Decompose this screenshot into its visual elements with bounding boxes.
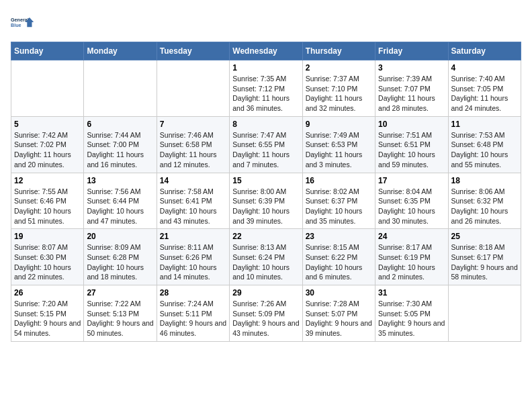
day-number: 26 [14, 288, 81, 298]
calendar-cell: 17Sunrise: 8:04 AM Sunset: 6:35 PM Dayli… [375, 173, 448, 229]
day-number: 20 [87, 232, 153, 241]
day-number: 10 [378, 120, 445, 129]
day-info: Sunrise: 8:06 AM Sunset: 6:32 PM Dayligh… [451, 187, 518, 226]
day-info: Sunrise: 7:42 AM Sunset: 7:02 PM Dayligh… [14, 130, 81, 170]
day-info: Sunrise: 8:00 AM Sunset: 6:39 PM Dayligh… [232, 187, 299, 226]
day-info: Sunrise: 7:20 AM Sunset: 5:15 PM Dayligh… [14, 299, 81, 338]
calendar-cell: 2Sunrise: 7:37 AM Sunset: 7:10 PM Daylig… [302, 60, 375, 117]
calendar-cell: 13Sunrise: 7:56 AM Sunset: 6:44 PM Dayli… [84, 173, 157, 229]
day-info: Sunrise: 8:04 AM Sunset: 6:35 PM Dayligh… [378, 187, 445, 226]
day-info: Sunrise: 7:55 AM Sunset: 6:46 PM Dayligh… [14, 187, 81, 226]
day-number: 27 [87, 288, 153, 298]
weekday-header-monday: Monday [84, 42, 157, 60]
day-info: Sunrise: 7:37 AM Sunset: 7:10 PM Dayligh… [306, 74, 372, 113]
day-number: 16 [306, 176, 372, 185]
calendar-cell [157, 60, 229, 117]
day-info: Sunrise: 8:02 AM Sunset: 6:37 PM Dayligh… [306, 187, 372, 226]
calendar-cell: 18Sunrise: 8:06 AM Sunset: 6:32 PM Dayli… [448, 173, 521, 229]
day-info: Sunrise: 7:35 AM Sunset: 7:12 PM Dayligh… [232, 74, 299, 113]
day-info: Sunrise: 8:13 AM Sunset: 6:24 PM Dayligh… [232, 242, 299, 282]
day-number: 22 [232, 232, 299, 241]
calendar-cell: 10Sunrise: 7:51 AM Sunset: 6:51 PM Dayli… [375, 116, 448, 173]
day-info: Sunrise: 7:24 AM Sunset: 5:11 PM Dayligh… [160, 299, 226, 338]
day-info: Sunrise: 7:58 AM Sunset: 6:41 PM Dayligh… [160, 187, 226, 226]
calendar-cell: 7Sunrise: 7:46 AM Sunset: 6:58 PM Daylig… [157, 116, 229, 173]
day-number: 3 [378, 63, 445, 73]
day-number: 11 [451, 120, 518, 129]
calendar-cell: 24Sunrise: 8:17 AM Sunset: 6:19 PM Dayli… [375, 229, 448, 285]
day-info: Sunrise: 7:49 AM Sunset: 6:53 PM Dayligh… [306, 130, 372, 170]
calendar-cell [448, 285, 521, 342]
calendar-cell [84, 60, 157, 117]
day-info: Sunrise: 8:18 AM Sunset: 6:17 PM Dayligh… [451, 242, 518, 282]
day-number: 21 [160, 232, 226, 241]
calendar-cell: 12Sunrise: 7:55 AM Sunset: 6:46 PM Dayli… [11, 173, 84, 229]
day-number: 30 [306, 288, 372, 298]
page-header: GeneralBlue [11, 11, 521, 35]
day-info: Sunrise: 7:28 AM Sunset: 5:07 PM Dayligh… [306, 299, 372, 338]
day-info: Sunrise: 7:44 AM Sunset: 7:00 PM Dayligh… [87, 130, 153, 170]
calendar-cell: 4Sunrise: 7:40 AM Sunset: 7:05 PM Daylig… [448, 60, 521, 117]
calendar-cell: 16Sunrise: 8:02 AM Sunset: 6:37 PM Dayli… [302, 173, 375, 229]
day-number: 6 [87, 120, 153, 129]
calendar-week-row: 5Sunrise: 7:42 AM Sunset: 7:02 PM Daylig… [11, 116, 521, 173]
logo: GeneralBlue [11, 11, 35, 35]
day-number: 2 [306, 63, 372, 73]
day-number: 18 [451, 176, 518, 185]
calendar-cell: 23Sunrise: 8:15 AM Sunset: 6:22 PM Dayli… [302, 229, 375, 285]
day-number: 28 [160, 288, 226, 298]
day-number: 5 [14, 120, 81, 129]
calendar-table: SundayMondayTuesdayWednesdayThursdayFrid… [11, 42, 521, 342]
svg-text:Blue: Blue [11, 22, 21, 28]
weekday-header-saturday: Saturday [448, 42, 521, 60]
calendar-cell: 6Sunrise: 7:44 AM Sunset: 7:00 PM Daylig… [84, 116, 157, 173]
calendar-cell: 26Sunrise: 7:20 AM Sunset: 5:15 PM Dayli… [11, 285, 84, 342]
calendar-cell: 20Sunrise: 8:09 AM Sunset: 6:28 PM Dayli… [84, 229, 157, 285]
calendar-cell: 30Sunrise: 7:28 AM Sunset: 5:07 PM Dayli… [302, 285, 375, 342]
weekday-header-sunday: Sunday [11, 42, 84, 60]
day-number: 17 [378, 176, 445, 185]
day-number: 15 [232, 176, 299, 185]
day-number: 12 [14, 176, 81, 185]
calendar-week-row: 26Sunrise: 7:20 AM Sunset: 5:15 PM Dayli… [11, 285, 521, 342]
day-info: Sunrise: 7:26 AM Sunset: 5:09 PM Dayligh… [232, 299, 299, 338]
calendar-cell: 14Sunrise: 7:58 AM Sunset: 6:41 PM Dayli… [157, 173, 229, 229]
day-number: 9 [306, 120, 372, 129]
calendar-cell: 15Sunrise: 8:00 AM Sunset: 6:39 PM Dayli… [230, 173, 302, 229]
day-number: 13 [87, 176, 153, 185]
calendar-week-row: 1Sunrise: 7:35 AM Sunset: 7:12 PM Daylig… [11, 60, 521, 117]
day-number: 29 [232, 288, 299, 298]
weekday-header-row: SundayMondayTuesdayWednesdayThursdayFrid… [11, 42, 521, 60]
calendar-cell: 21Sunrise: 8:11 AM Sunset: 6:26 PM Dayli… [157, 229, 229, 285]
logo-icon: GeneralBlue [11, 11, 35, 35]
day-info: Sunrise: 8:15 AM Sunset: 6:22 PM Dayligh… [306, 242, 372, 282]
calendar-cell: 19Sunrise: 8:07 AM Sunset: 6:30 PM Dayli… [11, 229, 84, 285]
day-info: Sunrise: 7:53 AM Sunset: 6:48 PM Dayligh… [451, 130, 518, 170]
day-info: Sunrise: 7:39 AM Sunset: 7:07 PM Dayligh… [378, 74, 445, 113]
day-info: Sunrise: 7:46 AM Sunset: 6:58 PM Dayligh… [160, 130, 226, 170]
day-number: 14 [160, 176, 226, 185]
day-number: 1 [232, 63, 299, 73]
calendar-week-row: 19Sunrise: 8:07 AM Sunset: 6:30 PM Dayli… [11, 229, 521, 285]
calendar-cell: 28Sunrise: 7:24 AM Sunset: 5:11 PM Dayli… [157, 285, 229, 342]
weekday-header-friday: Friday [375, 42, 448, 60]
calendar-cell: 9Sunrise: 7:49 AM Sunset: 6:53 PM Daylig… [302, 116, 375, 173]
day-info: Sunrise: 7:40 AM Sunset: 7:05 PM Dayligh… [451, 74, 518, 113]
calendar-cell: 25Sunrise: 8:18 AM Sunset: 6:17 PM Dayli… [448, 229, 521, 285]
day-number: 7 [160, 120, 226, 129]
weekday-header-tuesday: Tuesday [157, 42, 229, 60]
day-info: Sunrise: 8:11 AM Sunset: 6:26 PM Dayligh… [160, 242, 226, 282]
calendar-cell: 27Sunrise: 7:22 AM Sunset: 5:13 PM Dayli… [84, 285, 157, 342]
weekday-header-thursday: Thursday [302, 42, 375, 60]
day-info: Sunrise: 7:56 AM Sunset: 6:44 PM Dayligh… [87, 187, 153, 226]
day-number: 4 [451, 63, 518, 73]
calendar-cell: 22Sunrise: 8:13 AM Sunset: 6:24 PM Dayli… [230, 229, 302, 285]
calendar-cell: 1Sunrise: 7:35 AM Sunset: 7:12 PM Daylig… [230, 60, 302, 117]
calendar-cell: 5Sunrise: 7:42 AM Sunset: 7:02 PM Daylig… [11, 116, 84, 173]
day-info: Sunrise: 8:07 AM Sunset: 6:30 PM Dayligh… [14, 242, 81, 282]
day-info: Sunrise: 8:17 AM Sunset: 6:19 PM Dayligh… [378, 242, 445, 282]
day-number: 23 [306, 232, 372, 241]
day-info: Sunrise: 7:47 AM Sunset: 6:55 PM Dayligh… [232, 130, 299, 170]
day-number: 8 [232, 120, 299, 129]
calendar-cell: 3Sunrise: 7:39 AM Sunset: 7:07 PM Daylig… [375, 60, 448, 117]
